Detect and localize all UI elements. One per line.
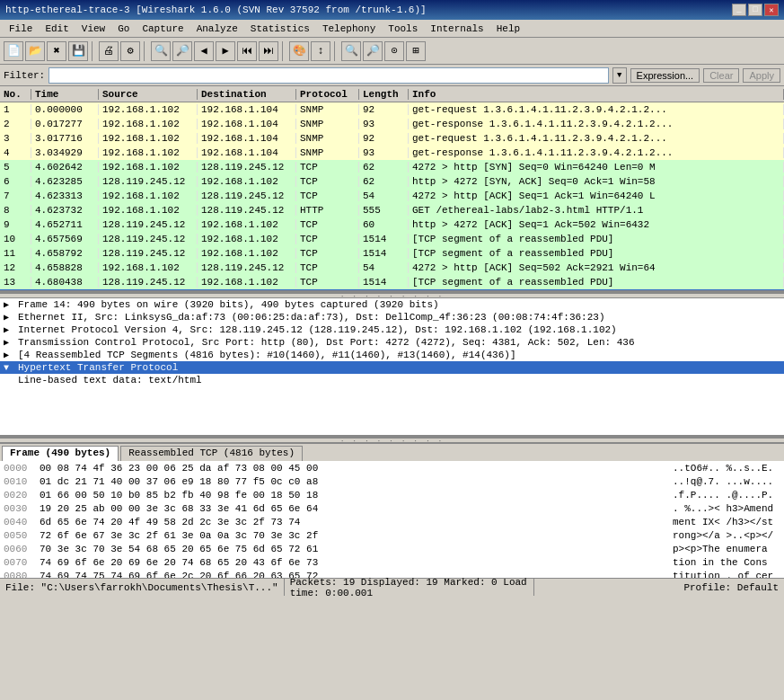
packet-cell-1: 4.680438 [31, 277, 99, 288]
status-profile-text: Profile: Default [683, 582, 779, 593]
packet-cell-6: 4272 > http [ACK] Seq=502 Ack=2921 Win=6… [409, 262, 784, 273]
detail-row[interactable]: ▶[4 Reassembled TCP Segments (4816 bytes… [0, 349, 784, 361]
hex-bytes: 74 69 6f 6e 20 69 6e 20 74 68 65 20 43 6… [40, 557, 673, 568]
table-row[interactable]: 114.658792128.119.245.12192.168.1.102TCP… [0, 246, 784, 261]
toolbar-first[interactable]: ⏮ [237, 41, 257, 61]
packet-cell-6: get-request 1.3.6.1.4.1.11.2.3.9.4.2.1.2… [409, 133, 784, 144]
packet-detail[interactable]: ▶Frame 14: 490 bytes on wire (3920 bits)… [0, 298, 784, 438]
packet-cell-4: SNMP [296, 147, 359, 158]
toolbar-zoom-out[interactable]: 🔎 [363, 41, 383, 61]
filter-dropdown[interactable]: ▼ [612, 67, 627, 84]
toolbar-find-pkg[interactable]: 🔍 [151, 41, 171, 61]
hex-bytes: 19 20 25 ab 00 00 3e 3c 68 33 3e 41 6d 6… [40, 503, 673, 514]
menu-item-file[interactable]: File [4, 22, 38, 35]
detail-row[interactable]: ▶Ethernet II, Src: LinksysG_da:af:73 (00… [0, 311, 784, 323]
toolbar-new[interactable]: 📄 [4, 41, 23, 61]
detail-row[interactable]: ▶Internet Protocol Version 4, Src: 128.1… [0, 323, 784, 336]
expand-icon[interactable]: ▶ [4, 324, 14, 335]
col-header-time[interactable]: Time [31, 89, 99, 100]
table-row[interactable]: 20.017277192.168.1.102192.168.1.104SNMP9… [0, 117, 784, 131]
toolbar-close[interactable]: ✖ [47, 41, 66, 61]
toolbar-print[interactable]: 🖨 [99, 41, 119, 61]
filter-input[interactable] [48, 67, 608, 84]
menu-item-go[interactable]: Go [112, 22, 135, 35]
menu-item-capture[interactable]: Capture [137, 22, 189, 35]
col-header-no[interactable]: No. [0, 89, 31, 100]
table-row[interactable]: 94.652711128.119.245.12192.168.1.102TCP6… [0, 217, 784, 232]
toolbar-next[interactable]: ▶ [216, 41, 235, 61]
table-row[interactable]: 10.000000192.168.1.102192.168.1.104SNMP9… [0, 102, 784, 117]
expand-icon[interactable]: ▶ [4, 312, 14, 323]
packet-cell-3: 192.168.1.104 [198, 104, 296, 115]
apply-button[interactable]: Apply [743, 68, 780, 83]
close-button[interactable]: ✕ [764, 4, 779, 16]
hex-ascii: tion in the Cons [673, 557, 780, 568]
menu-item-view[interactable]: View [76, 22, 110, 35]
col-header-protocol[interactable]: Protocol [296, 89, 359, 100]
packet-cell-5: 555 [359, 205, 409, 216]
detail-row[interactable]: ▶Frame 14: 490 bytes on wire (3920 bits)… [0, 298, 784, 311]
toolbar-zoom-in[interactable]: 🔍 [341, 41, 361, 61]
hex-row: 006070 3e 3c 70 3e 54 68 65 20 65 6e 75 … [0, 542, 784, 555]
menu-item-help[interactable]: Help [491, 22, 525, 35]
detail-row[interactable]: Line-based text data: text/html [0, 374, 784, 386]
table-row[interactable]: 104.657569128.119.245.12192.168.1.102TCP… [0, 232, 784, 246]
packet-cell-3: 192.168.1.104 [198, 119, 296, 129]
menu-item-statistics[interactable]: Statistics [245, 22, 315, 35]
packet-cell-2: 128.119.245.12 [99, 234, 198, 244]
expand-icon[interactable]: ▶ [4, 350, 14, 360]
packet-list-body[interactable]: 10.000000192.168.1.102192.168.1.104SNMP9… [0, 102, 784, 293]
toolbar-colorize[interactable]: 🎨 [289, 41, 309, 61]
expression-button[interactable]: Expression... [630, 68, 700, 83]
packet-cell-6: [TCP segment of a reassembled PDU] [409, 248, 784, 259]
packet-cell-2: 128.119.245.12 [99, 219, 198, 230]
bottom-tab-1[interactable]: Reassembled TCP (4816 bytes) [120, 446, 303, 461]
packet-cell-4: SNMP [296, 104, 359, 115]
table-row[interactable]: 74.623313192.168.1.102128.119.245.12TCP5… [0, 189, 784, 203]
packet-cell-6: get-response 1.3.6.1.4.1.11.2.3.9.4.2.1.… [409, 119, 784, 129]
menu-item-telephony[interactable]: Telephony [317, 22, 381, 35]
menu-item-tools[interactable]: Tools [383, 22, 423, 35]
maximize-button[interactable]: □ [748, 4, 762, 16]
toolbar-settings[interactable]: ⚙ [120, 41, 140, 61]
table-row[interactable]: 43.034929192.168.1.102192.168.1.104SNMP9… [0, 146, 784, 160]
menu-item-internals[interactable]: Internals [425, 22, 489, 35]
toolbar-save[interactable]: 💾 [68, 41, 88, 61]
hex-dump[interactable]: 000000 08 74 4f 36 23 00 06 25 da af 73 … [0, 461, 784, 578]
packet-cell-1: 4.623313 [31, 191, 99, 201]
bottom-tab-0[interactable]: Frame (490 bytes) [2, 446, 119, 461]
table-row[interactable]: 54.602642192.168.1.102128.119.245.12TCP6… [0, 160, 784, 174]
toolbar-prev[interactable]: ◀ [194, 41, 214, 61]
table-row[interactable]: 134.680438128.119.245.12192.168.1.102TCP… [0, 275, 784, 289]
toolbar-resize[interactable]: ⊞ [406, 41, 426, 61]
detail-row[interactable]: ▶Transmission Control Protocol, Src Port… [0, 336, 784, 349]
col-header-length[interactable]: Length [359, 89, 409, 100]
packet-cell-4: TCP [296, 191, 359, 201]
toolbar-zoom-normal[interactable]: ⊙ [384, 41, 404, 61]
menu-item-edit[interactable]: Edit [40, 22, 74, 35]
col-header-destination[interactable]: Destination [198, 89, 296, 100]
col-header-source[interactable]: Source [99, 89, 198, 100]
expand-icon[interactable]: ▶ [4, 299, 14, 310]
minimize-button[interactable]: _ [732, 4, 746, 16]
packet-cell-0: 4 [0, 147, 31, 158]
packet-cell-3: 192.168.1.104 [198, 147, 296, 158]
expand-icon[interactable]: ▶ [4, 337, 14, 348]
packet-cell-2: 192.168.1.102 [99, 162, 198, 173]
table-row[interactable]: 33.017716192.168.1.102192.168.1.104SNMP9… [0, 131, 784, 146]
col-header-info[interactable]: Info [409, 89, 784, 100]
hex-row: 001001 dc 21 71 40 00 37 06 e9 18 80 77 … [0, 474, 784, 488]
table-row[interactable]: 64.623285128.119.245.12192.168.1.102TCP6… [0, 174, 784, 189]
toolbar-last[interactable]: ⏭ [259, 41, 278, 61]
clear-button[interactable]: Clear [703, 68, 739, 83]
toolbar-go-to[interactable]: 🔎 [172, 41, 192, 61]
detail-row[interactable]: ▼Hypertext Transfer Protocol [0, 361, 784, 374]
menu-item-analyze[interactable]: Analyze [191, 22, 243, 35]
packet-cell-5: 62 [359, 176, 409, 187]
table-row[interactable]: 124.658828192.168.1.102128.119.245.12TCP… [0, 261, 784, 275]
packet-list: No.TimeSourceDestinationProtocolLengthIn… [0, 86, 784, 293]
table-row[interactable]: 84.623732192.168.1.102128.119.245.12HTTP… [0, 203, 784, 217]
expand-icon[interactable]: ▼ [4, 363, 14, 373]
toolbar-open[interactable]: 📂 [25, 41, 45, 61]
toolbar-autoscroll[interactable]: ↕ [311, 41, 330, 61]
